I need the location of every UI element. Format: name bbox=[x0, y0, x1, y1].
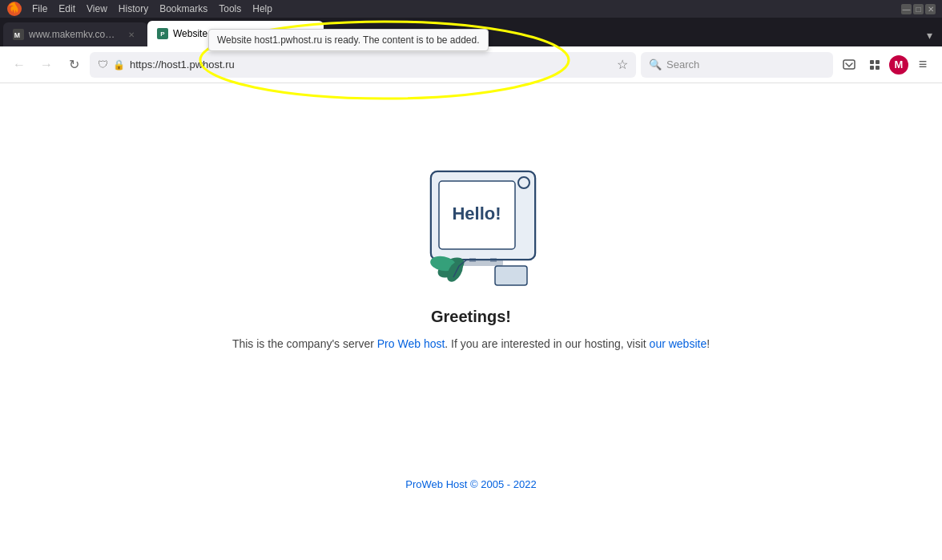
close-button[interactable]: ✕ bbox=[925, 4, 936, 14]
greetings-body: This is the company's server Pro Web hos… bbox=[232, 337, 710, 350]
greeting-illustration: Hello! bbox=[383, 147, 559, 292]
greetings-heading: Greetings! bbox=[431, 308, 511, 326]
svg-rect-14 bbox=[463, 260, 503, 266]
hamburger-menu-button[interactable]: ≡ bbox=[912, 54, 934, 76]
page-content: Hello! Greetings! This is the company's … bbox=[0, 83, 942, 560]
lock-icon: 🔒 bbox=[113, 59, 125, 71]
menu-view[interactable]: View bbox=[82, 2, 112, 16]
footer-text: ProWeb Host © 2005 - 2022 bbox=[405, 478, 536, 490]
proweb-host-link[interactable]: Pro Web host bbox=[377, 337, 445, 350]
profile-button[interactable]: M bbox=[889, 55, 908, 75]
address-bar[interactable]: 🛡 🔒 https://host1.pwhost.ru ☆ bbox=[90, 52, 636, 78]
our-website-link[interactable]: our website bbox=[650, 337, 707, 350]
inactive-tab-close[interactable]: ✕ bbox=[125, 28, 138, 41]
svg-rect-4 bbox=[843, 60, 855, 69]
menu-file[interactable]: File bbox=[27, 2, 52, 16]
search-magnifier-icon: 🔍 bbox=[649, 58, 662, 71]
maximize-button[interactable]: □ bbox=[913, 4, 924, 14]
menu-icon: ≡ bbox=[919, 56, 928, 73]
tab-bar-right: ▾ bbox=[924, 27, 942, 46]
tab-inactive-makemkv[interactable]: M www.makemkv.com - Post a new t... ✕ bbox=[3, 22, 147, 46]
forward-button[interactable]: → bbox=[35, 54, 58, 76]
pocket-button[interactable] bbox=[838, 54, 860, 76]
extensions-button[interactable] bbox=[863, 54, 886, 76]
svg-text:M: M bbox=[14, 31, 20, 39]
body-text-before: This is the company's server bbox=[232, 337, 377, 350]
menu-edit[interactable]: Edit bbox=[54, 2, 80, 16]
back-button[interactable]: ← bbox=[8, 54, 30, 76]
menu-tools[interactable]: Tools bbox=[214, 2, 246, 16]
svg-rect-7 bbox=[870, 66, 874, 70]
tab-tooltip: Website host1.pwhost.ru is ready. The co… bbox=[208, 29, 489, 51]
search-placeholder: Search bbox=[666, 58, 699, 71]
body-text-middle: . If you are interested in our hosting, … bbox=[445, 337, 649, 350]
nav-right-icons: M ≡ bbox=[838, 54, 934, 76]
menu-history[interactable]: History bbox=[114, 2, 153, 16]
tab-list-button[interactable]: ▾ bbox=[924, 27, 936, 43]
address-text: https://host1.pwhost.ru bbox=[130, 58, 612, 71]
reload-button[interactable]: ↻ bbox=[62, 54, 85, 76]
svg-rect-15 bbox=[469, 258, 476, 262]
nav-bar: ← → ↻ 🛡 🔒 https://host1.pwhost.ru ☆ 🔍 Se… bbox=[0, 46, 942, 83]
svg-rect-8 bbox=[876, 66, 880, 70]
firefox-icon bbox=[6, 1, 22, 17]
menu-bar: File Edit View History Bookmarks Tools H… bbox=[0, 0, 942, 18]
pwhost-favicon: P bbox=[157, 28, 168, 39]
svg-rect-16 bbox=[490, 258, 497, 262]
shield-icon: 🛡 bbox=[98, 58, 108, 71]
makemkv-favicon: M bbox=[13, 29, 24, 40]
svg-text:Hello!: Hello! bbox=[452, 203, 501, 224]
minimize-button[interactable]: — bbox=[901, 4, 912, 14]
body-text-after: ! bbox=[706, 337, 710, 350]
svg-rect-5 bbox=[870, 60, 874, 64]
svg-rect-6 bbox=[876, 60, 880, 64]
menu-help[interactable]: Help bbox=[248, 2, 277, 16]
search-bar[interactable]: 🔍 Search bbox=[641, 52, 833, 78]
browser-window: File Edit View History Bookmarks Tools H… bbox=[0, 0, 942, 560]
svg-rect-22 bbox=[495, 266, 527, 285]
inactive-tab-label: www.makemkv.com - Post a new t... bbox=[29, 29, 120, 40]
bookmark-star-icon[interactable]: ☆ bbox=[617, 57, 628, 72]
menu-bookmarks[interactable]: Bookmarks bbox=[155, 2, 212, 16]
